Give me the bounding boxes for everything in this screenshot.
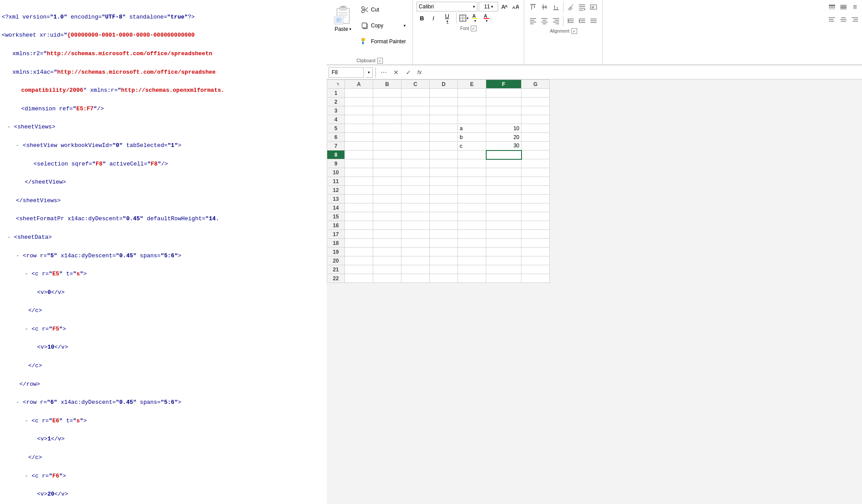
cell-D20[interactable] bbox=[430, 256, 458, 265]
cell-G18[interactable] bbox=[522, 239, 550, 248]
alignment-expand-icon[interactable]: ↙ bbox=[571, 28, 577, 34]
cell-E1[interactable] bbox=[458, 89, 486, 98]
formula-confirm-button[interactable]: ✓ bbox=[403, 67, 414, 78]
cell-G14[interactable] bbox=[522, 203, 550, 212]
cell-G4[interactable] bbox=[522, 115, 550, 124]
cell-E5[interactable]: a bbox=[458, 124, 486, 133]
cell-C6[interactable] bbox=[401, 133, 430, 142]
cell-E21[interactable] bbox=[458, 265, 486, 274]
cell-D16[interactable] bbox=[430, 221, 458, 230]
font-color-button[interactable]: A ▾ bbox=[481, 13, 492, 23]
copy-chevron[interactable]: ▾ bbox=[404, 23, 406, 28]
row-header-6[interactable]: 6 bbox=[327, 133, 345, 142]
cell-G3[interactable] bbox=[522, 106, 550, 115]
cell-D11[interactable] bbox=[430, 177, 458, 186]
col-header-G[interactable]: G bbox=[522, 80, 550, 89]
cell-D15[interactable] bbox=[430, 212, 458, 221]
format-painter-button[interactable]: Format Painter bbox=[358, 34, 409, 49]
row-header-10[interactable]: 10 bbox=[327, 168, 345, 177]
cell-E10[interactable] bbox=[458, 168, 486, 177]
row-header-8[interactable]: 8 bbox=[327, 150, 345, 159]
cell-A13[interactable] bbox=[345, 195, 373, 203]
cell-F1[interactable] bbox=[486, 89, 522, 98]
cell-C20[interactable] bbox=[401, 256, 430, 265]
row-header-15[interactable]: 15 bbox=[327, 212, 345, 221]
cell-C3[interactable] bbox=[401, 106, 430, 115]
cell-B19[interactable] bbox=[373, 248, 401, 256]
cell-F21[interactable] bbox=[486, 265, 522, 274]
cell-A4[interactable] bbox=[345, 115, 373, 124]
cell-D8[interactable] bbox=[430, 150, 458, 159]
cell-D2[interactable] bbox=[430, 98, 458, 106]
row-header-19[interactable]: 19 bbox=[327, 248, 345, 256]
align-top-button[interactable] bbox=[528, 2, 538, 12]
cell-E3[interactable] bbox=[458, 106, 486, 115]
cell-B13[interactable] bbox=[373, 195, 401, 203]
cell-B6[interactable] bbox=[373, 133, 401, 142]
row-header-20[interactable]: 20 bbox=[327, 256, 345, 265]
cell-C21[interactable] bbox=[401, 265, 430, 274]
col-header-A[interactable]: A bbox=[345, 80, 373, 89]
right-btn-4[interactable] bbox=[827, 14, 837, 25]
cell-F19[interactable] bbox=[486, 248, 522, 256]
cell-D10[interactable] bbox=[430, 168, 458, 177]
cell-B2[interactable] bbox=[373, 98, 401, 106]
cell-G12[interactable] bbox=[522, 186, 550, 195]
cell-D19[interactable] bbox=[430, 248, 458, 256]
cell-B4[interactable] bbox=[373, 115, 401, 124]
cell-C18[interactable] bbox=[401, 239, 430, 248]
cell-D9[interactable] bbox=[430, 159, 458, 168]
cell-B11[interactable] bbox=[373, 177, 401, 186]
font-expand-icon[interactable]: ↙ bbox=[471, 26, 476, 31]
cell-E13[interactable] bbox=[458, 195, 486, 203]
merge-center-button[interactable]: ⊞ bbox=[588, 2, 599, 12]
cell-A16[interactable] bbox=[345, 221, 373, 230]
cell-E22[interactable] bbox=[458, 274, 486, 283]
row-header-3[interactable]: 3 bbox=[327, 106, 345, 115]
cell-C13[interactable] bbox=[401, 195, 430, 203]
align-left-button[interactable] bbox=[528, 15, 538, 26]
cell-A3[interactable] bbox=[345, 106, 373, 115]
cell-F22[interactable] bbox=[486, 274, 522, 283]
cell-G6[interactable] bbox=[522, 133, 550, 142]
italic-button[interactable]: I bbox=[428, 13, 439, 23]
cell-C22[interactable] bbox=[401, 274, 430, 283]
cell-A8[interactable] bbox=[345, 150, 373, 159]
row-header-9[interactable]: 9 bbox=[327, 159, 345, 168]
row-header-7[interactable]: 7 bbox=[327, 142, 345, 150]
cell-A21[interactable] bbox=[345, 265, 373, 274]
cell-A19[interactable] bbox=[345, 248, 373, 256]
cell-F2[interactable] bbox=[486, 98, 522, 106]
cell-B22[interactable] bbox=[373, 274, 401, 283]
cell-F5[interactable]: 10 bbox=[486, 124, 522, 133]
cell-D17[interactable] bbox=[430, 230, 458, 239]
cell-A14[interactable] bbox=[345, 203, 373, 212]
corner-select-all[interactable] bbox=[327, 80, 345, 89]
cell-C10[interactable] bbox=[401, 168, 430, 177]
cell-C12[interactable] bbox=[401, 186, 430, 195]
formula-bar-dots[interactable]: ⋯ bbox=[378, 67, 389, 78]
cell-F10[interactable] bbox=[486, 168, 522, 177]
cell-D18[interactable] bbox=[430, 239, 458, 248]
cell-C19[interactable] bbox=[401, 248, 430, 256]
cell-B8[interactable] bbox=[373, 150, 401, 159]
cell-B3[interactable] bbox=[373, 106, 401, 115]
cell-B21[interactable] bbox=[373, 265, 401, 274]
cell-F12[interactable] bbox=[486, 186, 522, 195]
cell-E16[interactable] bbox=[458, 221, 486, 230]
cell-G10[interactable] bbox=[522, 168, 550, 177]
col-header-C[interactable]: C bbox=[401, 80, 430, 89]
cell-E6[interactable]: b bbox=[458, 133, 486, 142]
name-box-dropdown[interactable]: ▾ bbox=[366, 67, 373, 78]
cell-B7[interactable] bbox=[373, 142, 401, 150]
cell-E2[interactable] bbox=[458, 98, 486, 106]
decrease-indent-button[interactable] bbox=[565, 15, 576, 26]
cell-B9[interactable] bbox=[373, 159, 401, 168]
borders-chevron[interactable]: ▾ bbox=[467, 16, 469, 20]
cell-C9[interactable] bbox=[401, 159, 430, 168]
col-header-F[interactable]: F bbox=[486, 80, 522, 89]
cell-F14[interactable] bbox=[486, 203, 522, 212]
font-size-chevron[interactable]: ▾ bbox=[491, 4, 493, 9]
row-header-21[interactable]: 21 bbox=[327, 265, 345, 274]
cell-C17[interactable] bbox=[401, 230, 430, 239]
